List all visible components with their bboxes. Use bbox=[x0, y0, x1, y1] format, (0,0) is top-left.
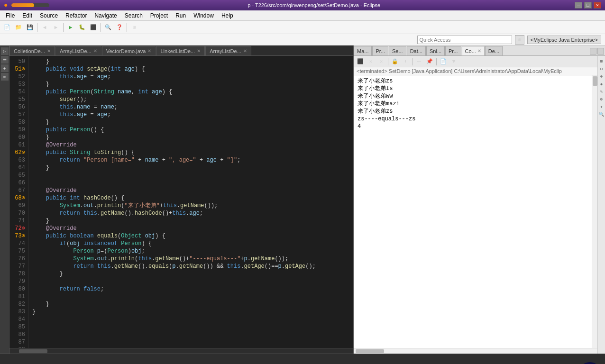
menu-file[interactable]: File bbox=[2, 10, 18, 20]
maximize-button[interactable]: □ bbox=[584, 2, 592, 9]
toolbar-back[interactable]: ◀ bbox=[39, 22, 50, 33]
editor-tab-2[interactable]: VectorDemo.java ✕ bbox=[102, 46, 156, 55]
right-tab-console[interactable]: Co... ✕ bbox=[462, 46, 485, 55]
toolbar-run[interactable]: ▶ bbox=[65, 22, 76, 33]
console-tab-close[interactable]: ✕ bbox=[477, 48, 481, 54]
line-marker-67: 67 bbox=[12, 187, 25, 194]
sidebar-icon-4[interactable]: ◈ bbox=[598, 81, 605, 87]
line-marker-57: 57 bbox=[12, 111, 25, 118]
right-tab-progress[interactable]: Pr... bbox=[445, 46, 461, 55]
editor-tab-close-3[interactable]: ✕ bbox=[197, 48, 201, 54]
mini-btn-4[interactable]: ⊕ bbox=[1, 73, 9, 81]
sidebar-icon-2[interactable]: ⊟ bbox=[598, 65, 605, 72]
line-marker-81: 81 bbox=[12, 293, 25, 300]
line-marker-58: 58 bbox=[12, 118, 25, 126]
line-marker-85: 85 bbox=[12, 323, 25, 331]
editor-tab-3[interactable]: LinkedListDe... ✕ bbox=[156, 46, 205, 55]
menu-search[interactable]: Search bbox=[121, 10, 147, 20]
editor-tab-0[interactable]: ColletionDe... ✕ bbox=[9, 46, 55, 55]
editor-tab-1[interactable]: ArrayListDe... ✕ bbox=[55, 46, 101, 55]
toolbar-new[interactable]: 📄 bbox=[2, 22, 12, 33]
right-tab-markers[interactable]: Ma... bbox=[354, 46, 372, 55]
console-scroll-end[interactable]: ⬇ bbox=[401, 57, 410, 66]
sidebar-icon-1[interactable]: ⊞ bbox=[598, 58, 605, 64]
line-marker-71: 71 bbox=[12, 217, 25, 225]
toolbar-save[interactable]: 💾 bbox=[25, 22, 35, 33]
editor-tab-close-0[interactable]: ✕ bbox=[47, 48, 51, 54]
right-tab-data[interactable]: Dat... bbox=[407, 46, 426, 55]
sidebar-icon-3[interactable]: ⊕ bbox=[598, 73, 605, 80]
editor-panel: ColletionDe... ✕ ArrayListDe... ✕ Vector… bbox=[9, 46, 354, 354]
mini-btn-1[interactable]: ▷ bbox=[1, 47, 9, 55]
console-toolbar: ⬛ ✕ ✕ 🔒 ⬇ ⟵ 📌 📄 ▼ bbox=[354, 56, 597, 67]
line-marker-75: 75 bbox=[12, 247, 25, 255]
close-button[interactable]: ✕ bbox=[594, 2, 601, 9]
sidebar-icon-5[interactable]: ✎ bbox=[598, 88, 605, 95]
console-line-4: 来了小老弟mazi bbox=[358, 100, 588, 108]
console-terminate[interactable]: ⬛ bbox=[356, 57, 365, 66]
right-tab-problems[interactable]: Pr... bbox=[372, 46, 388, 55]
console-output[interactable]: 来了小老弟zs 来了小老弟ls 来了小老弟ww 来了小老弟mazi 来了小老弟z… bbox=[354, 75, 592, 348]
editor-tab-close-1[interactable]: ✕ bbox=[93, 48, 97, 54]
console-open-file[interactable]: 📄 bbox=[439, 57, 448, 66]
line-marker-66: 66 bbox=[12, 179, 25, 187]
quick-access-input[interactable] bbox=[417, 36, 512, 44]
editor-hscroll[interactable] bbox=[9, 348, 353, 354]
mini-btn-3[interactable]: ◈ bbox=[1, 64, 9, 72]
console-clear[interactable]: ✕ bbox=[366, 57, 376, 66]
minimize-console[interactable]: ─ bbox=[590, 48, 596, 55]
right-sidebar: ⊞ ⊟ ⊕ ◈ ✎ ⚙ ★ 🔍 bbox=[597, 56, 605, 354]
toolbar-open[interactable]: 📁 bbox=[13, 22, 24, 33]
menu-project[interactable]: Project bbox=[147, 10, 172, 20]
code-area[interactable]: 50 51⊙ 52 53 54 55 56 57 58 59 60 61 62⊙… bbox=[9, 56, 353, 348]
ide-label: <MyEclipse Java Enterprise> bbox=[527, 36, 601, 44]
sidebar-icon-7[interactable]: ★ bbox=[598, 103, 605, 110]
line-marker-77: 77 bbox=[12, 263, 25, 270]
menu-edit[interactable]: Edit bbox=[18, 10, 36, 20]
editor-tab-close-4[interactable]: ✕ bbox=[243, 48, 247, 54]
console-remove[interactable]: ✕ bbox=[376, 57, 386, 66]
toolbar-stop[interactable]: ⬛ bbox=[88, 22, 99, 33]
line-marker-56: 56 bbox=[12, 103, 25, 111]
editor-tab-label-0: ColletionDe... bbox=[14, 48, 45, 54]
editor-tab-close-2[interactable]: ✕ bbox=[147, 48, 151, 54]
line-marker-55: 55 bbox=[12, 96, 25, 103]
console-word-wrap[interactable]: ⟵ bbox=[414, 57, 424, 66]
toolbar-help[interactable]: ❓ bbox=[114, 22, 125, 33]
console-line-7: 4 bbox=[358, 123, 588, 130]
menu-run[interactable]: Run bbox=[172, 10, 190, 20]
code-content[interactable]: } public void setAge(int age) { this.age… bbox=[28, 56, 353, 348]
toolbar-perspective[interactable]: ⊞ bbox=[129, 22, 139, 33]
line-marker-84: 84 bbox=[12, 316, 25, 323]
minimize-button[interactable]: ─ bbox=[575, 2, 582, 9]
line-marker-69: 69 bbox=[12, 202, 25, 209]
right-tab-snippets[interactable]: Sni... bbox=[426, 46, 445, 55]
maximize-console[interactable]: □ bbox=[597, 48, 604, 55]
line-marker-86: 86 bbox=[12, 331, 25, 338]
line-marker-72: 72⊗ bbox=[12, 225, 25, 232]
editor-tab-4[interactable]: ArrayListDe... ✕ bbox=[205, 46, 251, 55]
toolbar-search[interactable]: 🔍 bbox=[103, 22, 113, 33]
perspective-button[interactable]: ⊞ bbox=[515, 35, 524, 45]
console-lock[interactable]: 🔒 bbox=[390, 57, 400, 66]
menu-refactor[interactable]: Refactor bbox=[62, 10, 91, 20]
console-hscroll[interactable] bbox=[354, 348, 597, 354]
menu-source[interactable]: Source bbox=[36, 10, 62, 20]
menu-navigate[interactable]: Navigate bbox=[91, 10, 120, 20]
line-marker-60: 60 bbox=[12, 134, 25, 141]
console-pin[interactable]: 📌 bbox=[425, 57, 434, 66]
console-vscroll[interactable] bbox=[592, 75, 597, 348]
right-tab-search[interactable]: Se... bbox=[389, 46, 406, 55]
menu-help[interactable]: Help bbox=[218, 10, 237, 20]
line-marker-61: 61 bbox=[12, 141, 25, 149]
sidebar-icon-6[interactable]: ⚙ bbox=[598, 96, 605, 102]
right-tab-debug[interactable]: De... bbox=[485, 46, 503, 55]
mini-btn-2[interactable]: ☰ bbox=[1, 56, 9, 64]
console-menu[interactable]: ▼ bbox=[449, 57, 458, 66]
sidebar-icon-8[interactable]: 🔍 bbox=[598, 111, 605, 118]
toolbar-debug[interactable]: 🐛 bbox=[77, 22, 87, 33]
menu-window[interactable]: Window bbox=[190, 10, 218, 20]
line-marker-76: 76 bbox=[12, 255, 25, 263]
line-marker-51: 51⊙ bbox=[12, 65, 25, 73]
toolbar-forward[interactable]: ▶ bbox=[51, 22, 61, 33]
